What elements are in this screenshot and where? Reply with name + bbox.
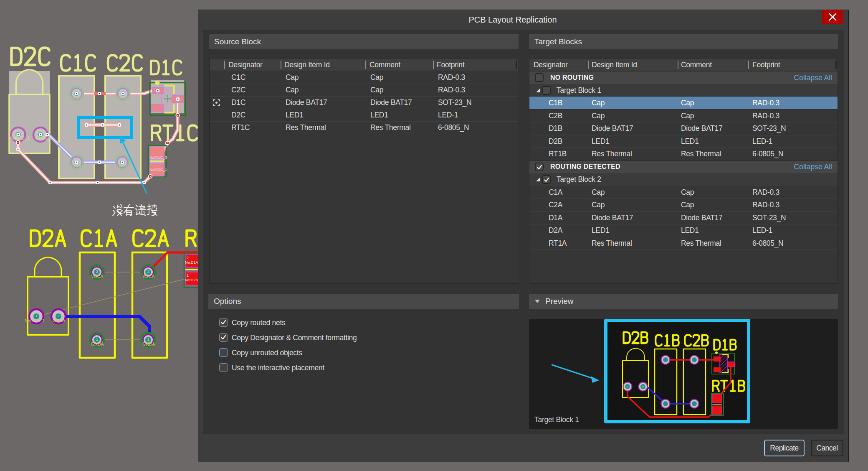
svg-text:NetD2A_1: NetD2A_1: [25, 318, 45, 323]
svg-text:VCCA: VCCA: [91, 274, 103, 279]
svg-text:2: 2: [187, 256, 189, 260]
svg-text:1: 1: [187, 273, 189, 278]
svg-text:VCCA: VCCA: [142, 274, 154, 279]
svg-text:2: 2: [147, 269, 149, 274]
svg-text:1: 1: [96, 337, 98, 341]
svg-text:GNDA: GNDA: [53, 318, 65, 323]
svg-text:Ne:D1A: Ne:D1A: [185, 260, 198, 265]
svg-text:VCCC: VCCC: [117, 95, 129, 99]
svg-text:GNDA: GNDA: [142, 341, 155, 346]
svg-text:2: 2: [96, 269, 98, 274]
svg-text:2: 2: [642, 385, 644, 389]
svg-text:NetD1C_3: NetD1C_3: [149, 155, 167, 160]
svg-text:NetD2C_1: NetD2C_1: [149, 168, 167, 172]
svg-text:NetD2C_1: NetD2C_1: [9, 135, 30, 140]
svg-text:1: 1: [147, 337, 149, 341]
svg-text:1: 1: [626, 385, 628, 389]
svg-text:GNDC: GNDC: [71, 163, 83, 168]
svg-text:1: 1: [35, 313, 38, 318]
svg-text:VCCC: VCCC: [71, 95, 82, 99]
svg-text:2: 2: [58, 313, 60, 318]
svg-text:GNDC: GNDC: [117, 163, 129, 168]
svg-text:GNDA: GNDA: [91, 341, 104, 346]
